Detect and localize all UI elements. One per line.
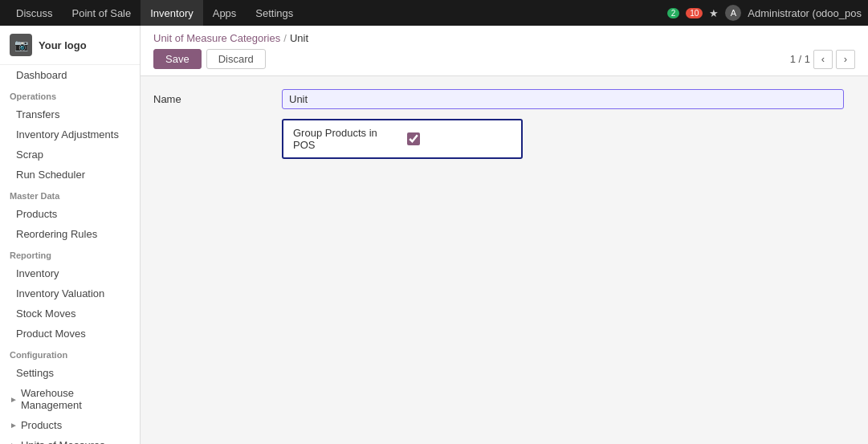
sidebar-header-reporting: Reporting bbox=[0, 244, 140, 263]
badge-messages[interactable]: 10 bbox=[686, 8, 703, 18]
sidebar-item-transfers[interactable]: Transfers bbox=[0, 104, 140, 124]
breadcrumb-current: Unit bbox=[290, 32, 308, 44]
sidebar-item-products-master[interactable]: Products bbox=[0, 204, 140, 224]
sidebar-item-inventory-valuation[interactable]: Inventory Valuation bbox=[0, 283, 140, 303]
topbar-right: 2 10 ★ A Administrator (odoo_pos bbox=[667, 5, 862, 21]
topbar: Discuss Point of Sale Inventory Apps Set… bbox=[0, 0, 868, 26]
breadcrumb-parent[interactable]: Unit of Measure Categories bbox=[153, 32, 280, 44]
toolbar: Save Discard 1 / 1 ‹ › bbox=[153, 49, 855, 75]
sidebar-item-scrap[interactable]: Scrap bbox=[0, 145, 140, 165]
pagination-prev[interactable]: ‹ bbox=[813, 50, 833, 69]
nav-point-of-sale[interactable]: Point of Sale bbox=[63, 0, 141, 26]
sidebar-item-reordering-rules[interactable]: Reordering Rules bbox=[0, 224, 140, 244]
sidebar-logo[interactable]: 📷 Your logo bbox=[0, 26, 140, 65]
chevron-products: ► bbox=[10, 421, 18, 430]
sidebar-item-units-of-measures[interactable]: ► Units of Measures bbox=[0, 435, 140, 444]
logo-text: Your logo bbox=[39, 39, 87, 51]
name-label: Name bbox=[153, 93, 282, 105]
form-row-group-products: Group Products in POS bbox=[153, 119, 855, 159]
breadcrumb: Unit of Measure Categories / Unit bbox=[153, 32, 855, 44]
discard-button[interactable]: Discard bbox=[206, 49, 266, 69]
sidebar-header-operations: Operations bbox=[0, 85, 140, 104]
pagination: 1 / 1 ‹ › bbox=[790, 50, 855, 69]
save-button[interactable]: Save bbox=[153, 49, 202, 69]
main-layout: 📷 Your logo Dashboard Operations Transfe… bbox=[0, 26, 868, 444]
sidebar: 📷 Your logo Dashboard Operations Transfe… bbox=[0, 26, 141, 444]
pagination-next[interactable]: › bbox=[836, 50, 855, 69]
sidebar-label-warehouse: Warehouse Management bbox=[21, 387, 130, 411]
group-products-checkbox[interactable] bbox=[407, 132, 420, 145]
sidebar-item-inventory-report[interactable]: Inventory bbox=[0, 263, 140, 283]
name-input[interactable] bbox=[282, 89, 844, 109]
content-header: Unit of Measure Categories / Unit Save D… bbox=[141, 26, 868, 76]
content: Unit of Measure Categories / Unit Save D… bbox=[141, 26, 868, 444]
sidebar-header-master-data: Master Data bbox=[0, 185, 140, 204]
nav-inventory[interactable]: Inventory bbox=[141, 0, 202, 26]
sidebar-item-dashboard[interactable]: Dashboard bbox=[0, 65, 140, 85]
badge-chat[interactable]: 2 bbox=[667, 8, 680, 18]
user-avatar[interactable]: A bbox=[725, 5, 741, 21]
chevron-warehouse: ► bbox=[10, 395, 18, 404]
logo-icon: 📷 bbox=[10, 34, 32, 56]
sidebar-item-settings[interactable]: Settings bbox=[0, 363, 140, 383]
sidebar-item-inventory-adjustments[interactable]: Inventory Adjustments bbox=[0, 124, 140, 145]
sidebar-label-products: Products bbox=[21, 419, 62, 431]
breadcrumb-separator: / bbox=[283, 32, 287, 44]
sidebar-item-stock-moves[interactable]: Stock Moves bbox=[0, 303, 140, 324]
sidebar-header-configuration: Configuration bbox=[0, 344, 140, 363]
admin-label: Administrator (odoo_pos bbox=[748, 7, 862, 19]
form-area: Name Group Products in POS bbox=[141, 76, 868, 444]
pagination-text: 1 / 1 bbox=[790, 53, 810, 65]
sidebar-item-warehouse-management[interactable]: ► Warehouse Management bbox=[0, 383, 140, 415]
form-row-name: Name bbox=[153, 89, 855, 109]
chevron-uom: ► bbox=[10, 441, 18, 444]
sidebar-item-run-scheduler[interactable]: Run Scheduler bbox=[0, 165, 140, 185]
group-products-field-box: Group Products in POS bbox=[282, 119, 523, 159]
topbar-nav: Discuss Point of Sale Inventory Apps Set… bbox=[6, 0, 303, 26]
nav-apps[interactable]: Apps bbox=[203, 0, 247, 26]
nav-settings[interactable]: Settings bbox=[246, 0, 303, 26]
sidebar-label-uom: Units of Measures bbox=[21, 439, 105, 444]
topbar-icon-star: ★ bbox=[709, 7, 719, 19]
sidebar-item-products-config[interactable]: ► Products bbox=[0, 415, 140, 435]
group-products-label: Group Products in POS bbox=[293, 127, 397, 151]
nav-discuss[interactable]: Discuss bbox=[6, 0, 63, 26]
sidebar-item-product-moves[interactable]: Product Moves bbox=[0, 324, 140, 344]
